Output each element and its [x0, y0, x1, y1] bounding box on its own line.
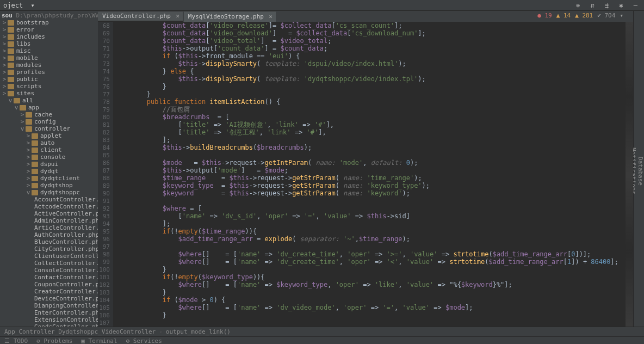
- tree-file[interactable]: GoodsController.php: [0, 323, 98, 327]
- tree-folder[interactable]: vall: [0, 97, 98, 104]
- database-tool-button[interactable]: Database: [637, 15, 644, 327]
- tree-file[interactable]: AccountController.php: [0, 196, 98, 203]
- tree-file[interactable]: CouponController.php: [0, 281, 98, 288]
- tree-folder[interactable]: >client: [0, 146, 98, 153]
- tree-file[interactable]: ConsoleController.php: [0, 267, 98, 274]
- weak-warning-indicator[interactable]: ▲ 281: [575, 12, 593, 19]
- top-icon-group: ⊚ ⇵ ⇶ ✱ —: [573, 2, 641, 9]
- collapse-icon[interactable]: —: [634, 2, 637, 9]
- tree-file[interactable]: ActcodeController.php: [0, 203, 98, 210]
- warning-indicator[interactable]: ▲ 14: [556, 12, 571, 19]
- breadcrumb-class[interactable]: App_Controller_Dydqtshoppc_VideoControll…: [4, 328, 156, 335]
- inspection-indicators[interactable]: ● 19 ▲ 14 ▲ 281 ✔ 704 ▾: [537, 12, 623, 19]
- tree-file[interactable]: ExtensionController.php: [0, 316, 98, 323]
- problems-tool-button[interactable]: ⊘ Problems: [36, 337, 72, 344]
- tree-folder[interactable]: >error: [0, 26, 98, 33]
- tree-folder[interactable]: vdydqtshoppc: [0, 189, 98, 196]
- tool-window-bar: ☰ TODO ⊘ Problems ▣ Terminal ⚙ Services: [0, 336, 644, 344]
- tree-folder[interactable]: >public: [0, 76, 98, 83]
- split-icon[interactable]: ⇵: [590, 2, 594, 9]
- tree-folder[interactable]: >dspui: [0, 161, 98, 168]
- tree-folder[interactable]: >dydqt: [0, 168, 98, 175]
- tree-file[interactable]: DianpingController.php: [0, 302, 98, 309]
- tree-file[interactable]: DeviceController.php: [0, 295, 98, 302]
- line-gutter[interactable]: 6869707172737475767778798081828384858687…: [98, 22, 113, 327]
- right-sidebar: Database Notifications: [633, 11, 644, 327]
- tree-folder[interactable]: >dydqtclient: [0, 175, 98, 182]
- tree-file[interactable]: ActiveController.php: [0, 210, 98, 217]
- tree-folder[interactable]: vcontroller: [0, 125, 98, 132]
- tree-file[interactable]: ContactController.php: [0, 274, 98, 281]
- tree-file[interactable]: BluevController.php: [0, 238, 98, 245]
- close-icon[interactable]: ×: [176, 13, 179, 20]
- tree-folder[interactable]: >bootstrap: [0, 19, 98, 26]
- todo-tool-button[interactable]: ☰ TODO: [4, 337, 28, 344]
- tree-folder[interactable]: >profiles: [0, 69, 98, 76]
- project-dropdown[interactable]: oject ▾: [3, 2, 35, 9]
- tree-folder[interactable]: >applet: [0, 132, 98, 139]
- project-root-label[interactable]: sou: [2, 12, 13, 19]
- tree-file[interactable]: EnterController.php: [0, 309, 98, 316]
- target-icon[interactable]: ⊚: [576, 2, 580, 9]
- project-tree[interactable]: sou D:\pran\phpstudy_pro\WWW\sou >bootst…: [0, 11, 98, 327]
- settings-icon[interactable]: ⇶: [605, 2, 609, 9]
- tree-folder[interactable]: >config: [0, 118, 98, 125]
- error-indicator[interactable]: ● 19: [537, 12, 552, 19]
- tree-folder[interactable]: >cache: [0, 111, 98, 118]
- breadcrumb-bar[interactable]: App_Controller_Dydqtshoppc_VideoControll…: [0, 327, 644, 336]
- breadcrumb-method[interactable]: output_mode_link(): [166, 328, 231, 335]
- tree-folder[interactable]: >misc: [0, 47, 98, 54]
- project-root-path: D:\pran\phpstudy_pro\WWW\sou: [16, 12, 98, 19]
- tree-file[interactable]: CollectController.php: [0, 260, 98, 267]
- tree-folder[interactable]: >scripts: [0, 83, 98, 90]
- editor-area: VideoController.php× MysqlVideoStorage.p…: [98, 11, 633, 327]
- tree-file[interactable]: CityController.php: [0, 245, 98, 253]
- close-icon[interactable]: ×: [269, 13, 273, 20]
- typo-indicator[interactable]: ✔ 704: [597, 12, 615, 19]
- tree-folder[interactable]: >auto: [0, 139, 98, 146]
- tree-folder[interactable]: vapp: [0, 104, 98, 111]
- terminal-tool-button[interactable]: ▣ Terminal: [81, 337, 117, 344]
- tree-file[interactable]: ArticleController.php: [0, 224, 98, 231]
- editor-tabs: VideoController.php× MysqlVideoStorage.p…: [98, 11, 633, 22]
- tab-mysql-video-storage[interactable]: MysqlVideoStorage.php×: [184, 11, 276, 22]
- inspections-chevron-icon[interactable]: ▾: [620, 12, 623, 19]
- tree-file[interactable]: ClientuserController.php: [0, 253, 98, 260]
- gear-icon[interactable]: ✱: [619, 2, 623, 9]
- top-toolbar: oject ▾ ⊚ ⇵ ⇶ ✱ —: [0, 0, 644, 11]
- tree-folder[interactable]: >libs: [0, 40, 98, 47]
- tree-file[interactable]: AuthController.php: [0, 231, 98, 238]
- error-stripe[interactable]: [626, 22, 633, 327]
- tree-file[interactable]: CreatorController.php: [0, 288, 98, 295]
- tree-folder[interactable]: >mobile: [0, 54, 98, 62]
- tree-folder[interactable]: >sites: [0, 90, 98, 97]
- tree-folder[interactable]: >console: [0, 153, 98, 161]
- code-editor[interactable]: $count_data['video_release']= $collect_d…: [113, 22, 626, 327]
- tree-file[interactable]: AdminController.php: [0, 217, 98, 224]
- services-tool-button[interactable]: ⚙ Services: [126, 337, 162, 344]
- tree-folder[interactable]: >includes: [0, 33, 98, 40]
- tree-folder[interactable]: >dydqtshop: [0, 182, 98, 189]
- tree-folder[interactable]: >modules: [0, 62, 98, 69]
- tab-video-controller[interactable]: VideoController.php×: [98, 11, 183, 22]
